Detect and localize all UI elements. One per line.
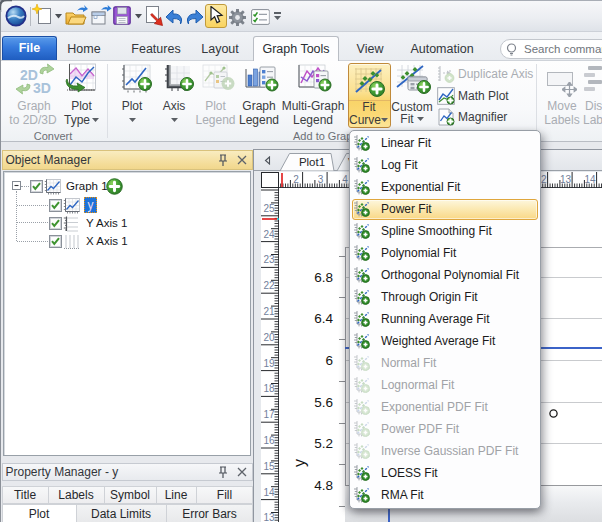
svg-text:16: 16: [263, 435, 275, 446]
svg-text:3: 3: [318, 174, 324, 185]
svg-text:24: 24: [263, 229, 275, 240]
svg-text:2: 2: [293, 174, 299, 185]
svg-text:18: 18: [263, 383, 275, 394]
svg-text:20: 20: [263, 332, 275, 343]
svg-text:22: 22: [263, 280, 275, 291]
svg-text:13: 13: [560, 174, 572, 185]
svg-text:14: 14: [263, 487, 275, 498]
svg-text:3D: 3D: [33, 80, 51, 96]
svg-text:17: 17: [263, 409, 275, 420]
svg-text:4: 4: [342, 174, 348, 185]
svg-text:19: 19: [263, 358, 275, 369]
svg-text:15: 15: [263, 461, 275, 472]
svg-text:14: 14: [585, 174, 597, 185]
svg-text:25: 25: [263, 203, 275, 214]
svg-text:21: 21: [263, 306, 275, 317]
svg-text:13: 13: [263, 512, 275, 522]
svg-text:23: 23: [263, 254, 275, 265]
